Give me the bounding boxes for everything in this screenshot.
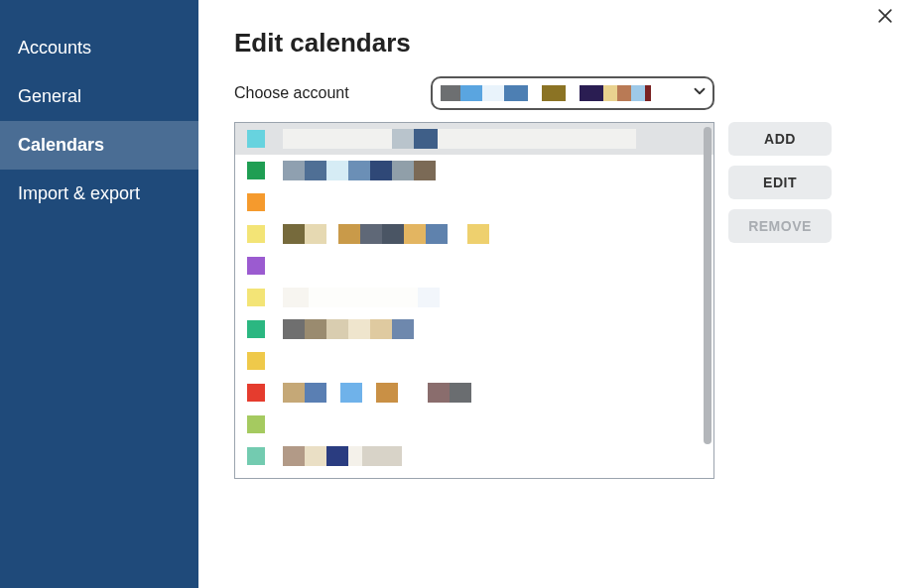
account-swatch <box>528 85 542 101</box>
account-swatch <box>566 85 580 101</box>
calendar-color-swatch <box>247 289 265 306</box>
main-panel: Edit calendars Choose account ADD EDIT R… <box>198 0 905 588</box>
edit-button[interactable]: EDIT <box>728 166 832 199</box>
calendar-color-swatch <box>247 415 265 433</box>
add-button[interactable]: ADD <box>728 122 832 156</box>
calendar-list[interactable] <box>234 122 714 479</box>
account-swatch <box>617 85 631 101</box>
account-select-value <box>441 85 687 101</box>
account-swatch <box>460 85 482 101</box>
sidebar-item-accounts[interactable]: Accounts <box>0 24 198 72</box>
calendar-list-item[interactable] <box>235 186 713 218</box>
account-swatch <box>441 85 460 101</box>
calendar-color-swatch <box>247 130 265 148</box>
calendar-color-swatch <box>247 320 265 338</box>
account-swatch <box>482 85 504 101</box>
calendar-list-item[interactable] <box>235 472 713 478</box>
calendar-list-item[interactable] <box>235 409 713 440</box>
account-swatch <box>645 85 651 101</box>
calendar-list-item[interactable] <box>235 155 713 186</box>
calendar-color-swatch <box>247 352 265 370</box>
scrollbar-thumb[interactable] <box>704 127 711 444</box>
calendar-list-item[interactable] <box>235 313 713 345</box>
calendar-list-item[interactable] <box>235 250 713 282</box>
calendar-name-redacted <box>283 224 489 244</box>
calendar-name-redacted <box>283 288 440 307</box>
calendar-list-item[interactable] <box>235 377 713 409</box>
calendar-list-item[interactable] <box>235 123 713 155</box>
close-icon <box>875 6 895 26</box>
account-swatch <box>631 85 645 101</box>
choose-account-label: Choose account <box>234 84 413 102</box>
calendar-color-swatch <box>247 447 265 465</box>
account-row: Choose account <box>234 76 869 110</box>
page-title: Edit calendars <box>234 28 869 59</box>
account-swatch <box>603 85 617 101</box>
calendar-list-item[interactable] <box>235 440 713 472</box>
account-swatch <box>542 85 566 101</box>
account-select[interactable] <box>431 76 714 110</box>
calendar-list-item[interactable] <box>235 345 713 377</box>
calendar-name-redacted <box>283 129 636 149</box>
calendar-name-redacted <box>283 319 414 339</box>
sidebar-item-calendars[interactable]: Calendars <box>0 121 198 170</box>
calendar-color-swatch <box>247 162 265 179</box>
sidebar: Accounts General Calendars Import & expo… <box>0 0 198 588</box>
calendar-name-redacted <box>283 383 471 403</box>
calendar-name-redacted <box>283 161 436 180</box>
calendar-color-swatch <box>247 193 265 211</box>
account-swatch <box>580 85 603 101</box>
sidebar-item-general[interactable]: General <box>0 72 198 121</box>
account-swatch <box>504 85 528 101</box>
chevron-down-icon <box>691 82 709 104</box>
calendar-list-item[interactable] <box>235 218 713 250</box>
calendar-list-item[interactable] <box>235 282 713 313</box>
action-buttons: ADD EDIT REMOVE <box>728 122 832 243</box>
sidebar-item-import-export[interactable]: Import & export <box>0 170 198 218</box>
calendar-name-redacted <box>283 446 402 466</box>
scrollbar[interactable] <box>702 127 713 474</box>
close-button[interactable] <box>875 6 895 30</box>
remove-button: REMOVE <box>728 209 832 243</box>
calendar-color-swatch <box>247 384 265 402</box>
calendar-color-swatch <box>247 257 265 275</box>
calendar-color-swatch <box>247 225 265 243</box>
